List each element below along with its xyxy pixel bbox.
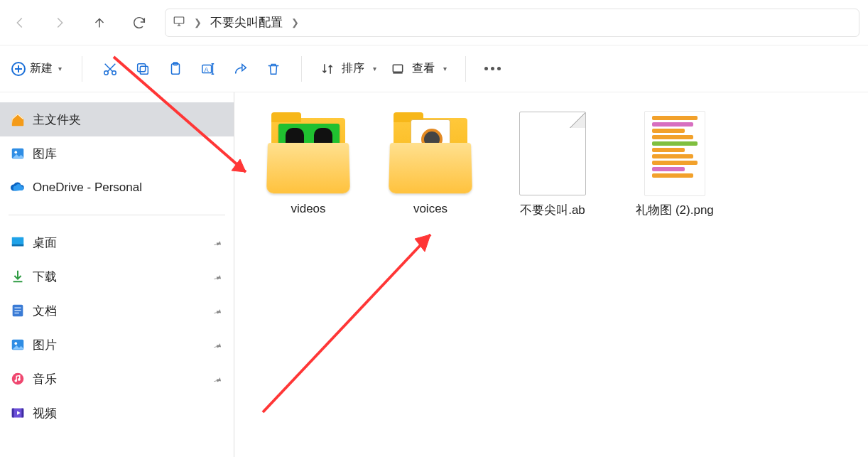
toolbar-separator: [301, 56, 302, 82]
toolbar-separator: [465, 56, 466, 82]
sidebar-item-home[interactable]: 主文件夹: [0, 102, 234, 136]
gallery-icon: [10, 146, 26, 161]
home-icon: [10, 112, 26, 127]
pin-icon: [212, 272, 222, 286]
svg-point-19: [14, 342, 17, 345]
monitor-icon: [173, 15, 185, 30]
nav-forward-button[interactable]: [40, 1, 80, 44]
sidebar-item-label: 图库: [33, 146, 57, 162]
folder-videos[interactable]: videos: [263, 112, 354, 218]
sidebar-item-label: 桌面: [33, 235, 57, 251]
nav-refresh-button[interactable]: [119, 1, 159, 44]
sidebar-item-desktop[interactable]: 桌面: [0, 225, 234, 259]
folder-voices[interactable]: voices: [385, 112, 476, 218]
sidebar-item-label: 视频: [33, 405, 57, 421]
view-label: 查看: [412, 61, 435, 76]
sidebar-item-onedrive[interactable]: OneDrive - Personal: [0, 171, 234, 205]
file-icon: [510, 112, 595, 195]
sidebar-item-documents[interactable]: 文档: [0, 294, 234, 328]
pin-icon: [212, 306, 222, 321]
toolbar: 新建 ▾ A 排序 ▾ 查看 ▾: [0, 45, 868, 92]
svg-rect-17: [14, 313, 18, 313]
sidebar-item-label: 音乐: [33, 371, 57, 387]
pin-icon: [212, 340, 222, 355]
sidebar-item-label: 图片: [33, 337, 57, 353]
file-ab[interactable]: 不要尖叫.ab: [507, 112, 598, 218]
new-button-label: 新建: [30, 61, 53, 76]
rename-button[interactable]: A: [192, 53, 224, 85]
svg-rect-25: [22, 409, 24, 418]
file-label: 礼物图 (2).png: [636, 202, 714, 218]
svg-text:A: A: [205, 65, 210, 72]
sidebar-item-label: OneDrive - Personal: [33, 181, 142, 195]
svg-rect-9: [393, 65, 402, 72]
sidebar-item-music[interactable]: 音乐: [0, 362, 234, 396]
svg-rect-0: [174, 17, 184, 23]
chevron-right-icon: ❯: [194, 17, 202, 28]
sidebar-item-downloads[interactable]: 下载: [0, 259, 234, 294]
file-png[interactable]: 礼物图 (2).png: [629, 112, 720, 218]
nav-back-button[interactable]: [0, 1, 40, 44]
sidebar-item-label: 文档: [33, 303, 57, 319]
folder-icon: [266, 112, 351, 195]
main: 主文件夹 图库 OneDrive - Personal 桌面: [0, 92, 868, 457]
sidebar-item-videos[interactable]: 视频: [0, 396, 234, 430]
sidebar-item-label: 下载: [33, 269, 57, 285]
music-icon: [10, 371, 26, 387]
more-button[interactable]: [477, 67, 508, 70]
toolbar-separator: [82, 56, 82, 82]
svg-rect-13: [12, 244, 24, 247]
sidebar-item-label: 主文件夹: [33, 112, 81, 128]
pin-icon: [212, 375, 222, 389]
svg-point-20: [12, 373, 24, 385]
address-bar: ❯ 不要尖叫配置 ❯: [0, 0, 868, 45]
file-label: 不要尖叫.ab: [520, 202, 585, 218]
plus-circle-icon: [11, 62, 26, 76]
breadcrumb-current[interactable]: 不要尖叫配置: [210, 14, 283, 31]
svg-line-28: [263, 235, 430, 412]
downloads-icon: [10, 269, 26, 284]
svg-point-11: [14, 151, 17, 154]
desktop-icon: [10, 235, 26, 250]
navigation-pane: 主文件夹 图库 OneDrive - Personal 桌面: [0, 92, 234, 457]
file-label: videos: [291, 202, 325, 216]
cut-button[interactable]: [94, 53, 126, 85]
chevron-right-icon: ❯: [291, 17, 299, 28]
svg-point-22: [18, 378, 21, 381]
image-thumbnail: [632, 112, 717, 195]
videos-icon: [10, 405, 26, 421]
sidebar-item-gallery[interactable]: 图库: [0, 136, 234, 171]
sort-label: 排序: [342, 61, 364, 76]
svg-rect-15: [14, 307, 21, 308]
svg-rect-16: [14, 310, 21, 311]
chevron-down-icon: ▾: [373, 65, 376, 72]
file-label: voices: [413, 202, 447, 216]
chevron-down-icon: ▾: [58, 65, 62, 72]
sort-button[interactable]: 排序 ▾: [313, 57, 384, 80]
chevron-down-icon: ▾: [443, 65, 447, 72]
folder-icon: [388, 112, 473, 195]
view-button[interactable]: 查看 ▾: [384, 57, 454, 80]
file-list[interactable]: videos voices 不要尖叫.ab: [234, 92, 868, 457]
breadcrumb[interactable]: ❯ 不要尖叫配置 ❯: [165, 9, 859, 37]
svg-point-21: [14, 380, 17, 382]
new-button[interactable]: 新建 ▾: [3, 57, 70, 80]
copy-button[interactable]: [126, 53, 159, 85]
pictures-icon: [10, 337, 26, 353]
sidebar-divider: [9, 215, 225, 215]
sidebar-item-pictures[interactable]: 图片: [0, 328, 234, 362]
svg-rect-4: [138, 63, 146, 71]
svg-rect-24: [12, 409, 14, 418]
paste-button[interactable]: [159, 53, 192, 85]
nav-up-button[interactable]: [80, 1, 119, 44]
onedrive-icon: [10, 180, 26, 195]
share-button[interactable]: [224, 53, 257, 85]
delete-button[interactable]: [257, 53, 290, 85]
svg-rect-3: [140, 66, 148, 74]
documents-icon: [10, 303, 26, 318]
pin-icon: [212, 238, 222, 252]
